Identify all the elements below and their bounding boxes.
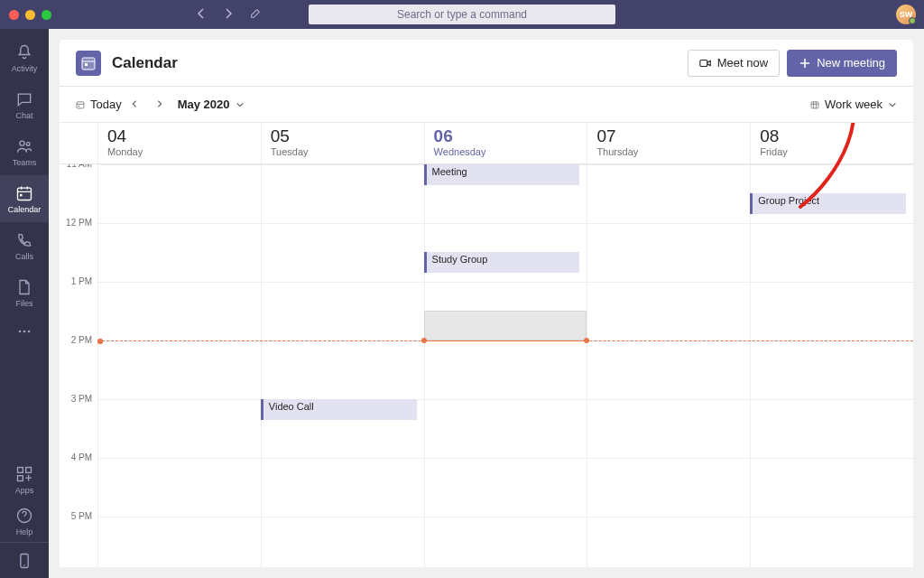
hour-label: 12 PM bbox=[60, 218, 97, 276]
calendar-toolbar: Today May 2020 Work week bbox=[60, 87, 913, 123]
teams-icon bbox=[15, 137, 33, 155]
workweek-icon bbox=[810, 100, 819, 109]
event-study-group[interactable]: Study Group bbox=[424, 252, 580, 273]
sidebar-item-label: Help bbox=[16, 527, 33, 536]
svg-rect-13 bbox=[82, 58, 95, 70]
search-placeholder: Search or type a command bbox=[397, 8, 527, 21]
sidebar-item-label: Calendar bbox=[8, 205, 42, 214]
avatar[interactable]: SW bbox=[896, 5, 916, 24]
day-header[interactable]: 07Thursday bbox=[587, 123, 750, 163]
next-period-button[interactable] bbox=[147, 98, 172, 111]
page-title: Calendar bbox=[112, 54, 178, 72]
month-year-label: May 2020 bbox=[178, 98, 230, 111]
svg-rect-19 bbox=[811, 101, 818, 107]
sidebar-item-label: Apps bbox=[15, 486, 34, 495]
sidebar-item-apps[interactable]: Apps bbox=[0, 459, 49, 500]
app-sidebar: Activity Chat Teams Calendar Calls Files bbox=[0, 29, 49, 578]
view-picker[interactable]: Work week bbox=[810, 98, 897, 111]
svg-rect-2 bbox=[18, 188, 32, 200]
meet-now-button[interactable]: Meet now bbox=[688, 50, 780, 77]
day-headers: 04Monday 05Tuesday 06Wednesday 07Thursda… bbox=[60, 123, 913, 164]
search-input[interactable]: Search or type a command bbox=[309, 5, 615, 24]
sidebar-item-calls[interactable]: Calls bbox=[0, 222, 49, 269]
current-time-indicator bbox=[97, 340, 913, 341]
hour-label: 11 AM bbox=[60, 164, 97, 218]
mobile-icon bbox=[15, 552, 33, 570]
event-group-project[interactable]: Group Project bbox=[750, 193, 906, 214]
svg-rect-3 bbox=[20, 193, 23, 196]
maximize-window-icon[interactable] bbox=[42, 10, 51, 20]
sidebar-item-help[interactable]: Help bbox=[0, 500, 49, 542]
hour-label: 1 PM bbox=[60, 276, 97, 335]
view-label: Work week bbox=[825, 98, 882, 111]
day-header-today[interactable]: 06Wednesday bbox=[424, 123, 587, 163]
bell-icon bbox=[15, 43, 33, 61]
time-grid[interactable]: 11 AM 12 PM 1 PM 2 PM 3 PM 4 PM 5 PM 6 P… bbox=[60, 164, 913, 567]
meet-now-label: Meet now bbox=[717, 56, 768, 70]
now-dot-icon bbox=[421, 338, 427, 343]
calendar-icon bbox=[15, 184, 33, 202]
day-header[interactable]: 05Tuesday bbox=[261, 123, 424, 163]
day-header[interactable]: 04Monday bbox=[97, 123, 261, 163]
sidebar-item-chat[interactable]: Chat bbox=[0, 81, 49, 128]
chevron-down-icon bbox=[236, 100, 245, 109]
svg-point-4 bbox=[19, 331, 22, 333]
event-meeting[interactable]: Meeting bbox=[424, 164, 580, 185]
calendar-body: 04Monday 05Tuesday 06Wednesday 07Thursda… bbox=[60, 123, 913, 567]
svg-rect-9 bbox=[18, 475, 23, 480]
sidebar-item-label: Files bbox=[15, 299, 32, 308]
nav-back-button[interactable] bbox=[196, 6, 207, 23]
hour-label: 5 PM bbox=[60, 511, 97, 567]
svg-point-0 bbox=[20, 141, 24, 145]
presence-indicator-icon bbox=[909, 17, 916, 24]
calendar-app-icon bbox=[76, 51, 101, 76]
sidebar-item-label: Calls bbox=[15, 252, 33, 261]
file-icon bbox=[15, 278, 33, 296]
video-icon bbox=[699, 57, 712, 70]
chat-icon bbox=[15, 90, 33, 108]
prev-period-button[interactable] bbox=[122, 98, 147, 111]
sidebar-item-teams[interactable]: Teams bbox=[0, 128, 49, 175]
svg-rect-15 bbox=[85, 63, 88, 66]
new-meeting-button[interactable]: New meeting bbox=[787, 50, 897, 77]
nav-forward-button[interactable] bbox=[223, 6, 234, 23]
plus-icon bbox=[799, 57, 811, 70]
svg-point-18 bbox=[79, 105, 79, 106]
compose-icon[interactable] bbox=[250, 6, 261, 23]
event-video-call[interactable]: Video Call bbox=[261, 399, 417, 420]
sidebar-more-button[interactable] bbox=[0, 316, 49, 347]
sidebar-item-label: Activity bbox=[12, 64, 38, 73]
selected-timeslot[interactable] bbox=[424, 311, 587, 340]
hour-label: 2 PM bbox=[60, 335, 97, 394]
svg-point-5 bbox=[23, 331, 26, 333]
sidebar-item-files[interactable]: Files bbox=[0, 269, 49, 316]
chevron-down-icon bbox=[888, 100, 897, 109]
sidebar-item-label: Chat bbox=[15, 111, 32, 120]
hour-label: 4 PM bbox=[60, 452, 97, 511]
svg-point-1 bbox=[26, 142, 30, 145]
svg-rect-7 bbox=[18, 467, 23, 472]
today-label: Today bbox=[90, 98, 122, 111]
sidebar-item-activity[interactable]: Activity bbox=[0, 34, 49, 81]
new-meeting-label: New meeting bbox=[817, 56, 885, 70]
close-window-icon[interactable] bbox=[9, 10, 19, 20]
window-controls[interactable] bbox=[9, 10, 51, 20]
svg-point-12 bbox=[23, 564, 25, 566]
main-area: Calendar Meet now New meeting Today May … bbox=[49, 29, 924, 578]
svg-rect-17 bbox=[77, 101, 84, 107]
phone-icon bbox=[15, 231, 33, 249]
page-header: Calendar Meet now New meeting bbox=[60, 40, 913, 87]
svg-rect-8 bbox=[26, 467, 32, 472]
minimize-window-icon[interactable] bbox=[25, 10, 35, 20]
today-icon bbox=[76, 100, 85, 109]
hour-label: 3 PM bbox=[60, 394, 97, 452]
sidebar-item-calendar[interactable]: Calendar bbox=[0, 175, 49, 222]
svg-rect-16 bbox=[700, 60, 707, 66]
day-header[interactable]: 08Friday bbox=[750, 123, 913, 163]
sidebar-item-label: Teams bbox=[13, 158, 37, 167]
svg-point-6 bbox=[28, 331, 31, 333]
help-icon bbox=[15, 507, 33, 525]
today-button[interactable]: Today bbox=[76, 98, 122, 111]
month-year-picker[interactable]: May 2020 bbox=[178, 98, 245, 111]
sidebar-item-mobile[interactable] bbox=[0, 542, 49, 578]
